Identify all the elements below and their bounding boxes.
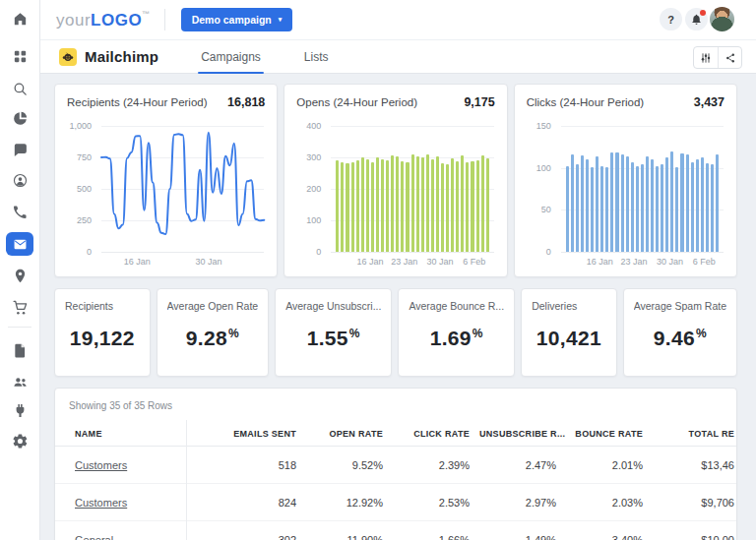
sidebar-item-reports[interactable] (11, 341, 29, 359)
bar (641, 164, 644, 252)
bar (656, 166, 659, 252)
kpi-unit: % (349, 327, 360, 340)
bar (431, 159, 434, 252)
sidebar-item-settings[interactable] (11, 432, 29, 450)
table-cell: 2.01% (566, 459, 653, 471)
table-cell: 2.97% (479, 497, 566, 509)
shopping-cart-icon (12, 299, 29, 316)
x-tick-label: 16 Jan (587, 257, 613, 267)
bar (610, 152, 613, 252)
gridline (561, 252, 724, 253)
bar (446, 164, 449, 252)
kpi-card: Average Spam Rate9.46% (623, 288, 737, 377)
chart-title: Recipients (24-Hour Period) (67, 96, 208, 108)
bar (665, 157, 668, 252)
bar (621, 154, 624, 252)
bar (670, 151, 673, 252)
bar (371, 162, 374, 252)
logo-tm: ™ (142, 10, 151, 19)
kpi-card: Average Open Rate9.28% (157, 288, 270, 377)
help-button[interactable]: ? (660, 8, 682, 30)
kpi-value: 10,421 (532, 327, 606, 350)
share-button[interactable] (718, 47, 741, 68)
kpi-card: Recipients19,122 (54, 288, 151, 377)
envelope-icon (13, 237, 28, 252)
persona-icon (12, 172, 29, 189)
bar (436, 156, 439, 252)
table-cell: $10,00 (653, 534, 737, 540)
plot-area (331, 126, 493, 252)
bar (691, 162, 694, 252)
tab-campaigns[interactable]: Campaigns (200, 50, 262, 64)
sidebar-item-dashboards[interactable] (11, 47, 29, 65)
table-cell: 2.53% (393, 497, 479, 509)
table-cell: 2.03% (566, 497, 653, 509)
x-tick-label: 6 Feb (463, 257, 485, 267)
bar (356, 160, 359, 252)
tune-icon (700, 52, 712, 64)
sidebar-item-locations[interactable] (11, 267, 29, 284)
tab-lists[interactable]: Lists (303, 50, 330, 64)
y-tick-label: 300 (306, 152, 321, 162)
table-cell: 1.66% (393, 534, 479, 540)
sidebar-item-chat[interactable] (11, 141, 29, 158)
x-tick-label: 6 Feb (693, 257, 716, 267)
table-header-cell: EMAILS SENT (186, 429, 306, 439)
sidebar-item-analytics[interactable] (11, 109, 29, 127)
bar (456, 161, 459, 252)
bar (701, 157, 704, 252)
y-tick-label: 500 (77, 184, 92, 194)
sidebar-item-calls[interactable] (11, 203, 29, 220)
row-count-status: Showing 35 of 35 Rows (55, 389, 736, 421)
plot-area (101, 126, 264, 252)
campaign-name-link[interactable]: General (75, 534, 113, 540)
sidebar-item-home[interactable] (11, 10, 29, 28)
document-icon (12, 342, 29, 359)
table-header-cell: CLICK RATE (393, 429, 479, 439)
opens-chart-card: Opens (24-Hour Period) 9,175 40030020010… (284, 84, 507, 277)
sidebar-item-search[interactable] (11, 80, 29, 97)
y-tick-label: 750 (77, 152, 92, 162)
sidebar-item-integrations[interactable] (11, 401, 29, 419)
chart-row: Recipients (24-Hour Period) 16,818 1,000… (54, 84, 737, 277)
notification-dot (700, 10, 706, 16)
chat-bubble-icon (12, 142, 29, 158)
y-tick-label: 250 (77, 215, 92, 225)
help-icon: ? (667, 14, 674, 26)
y-tick-label: 200 (306, 184, 321, 194)
campaign-name-link[interactable]: Customers (75, 459, 127, 471)
bar-chart-plot: 150100500 (525, 126, 724, 252)
campaign-name-link[interactable]: Customers (75, 497, 127, 509)
sidebar-item-ecommerce[interactable] (11, 298, 29, 316)
sidebar-item-persona[interactable] (11, 171, 29, 189)
bar (576, 164, 579, 252)
campaign-dropdown-button[interactable]: Demo campaign ▾ (181, 8, 293, 31)
table-header-cell: TOTAL RE (653, 429, 737, 439)
bar (426, 154, 429, 252)
bar (416, 156, 419, 252)
filter-button[interactable] (694, 47, 718, 68)
kpi-card: Deliveries10,421 (521, 288, 617, 377)
bar (476, 160, 479, 252)
gear-icon (12, 433, 29, 450)
bar (626, 156, 629, 252)
user-avatar[interactable] (710, 7, 734, 31)
sidebar-item-clients[interactable] (11, 373, 29, 390)
notifications-button[interactable] (685, 8, 708, 30)
plug-icon (12, 402, 29, 419)
x-tick-label: 16 Jan (356, 257, 383, 267)
mailchimp-logo-icon (59, 48, 77, 66)
table-row: General30211.90%1.66%1.49%3.40%$10,00 (55, 521, 736, 540)
sidebar-item-email-active[interactable] (6, 232, 33, 256)
table-cell: General (55, 534, 186, 540)
bar (646, 156, 649, 252)
table-row: Customers82412.92%2.53%2.97%2.03%$9,706 (55, 484, 736, 521)
pie-chart-icon (12, 110, 29, 127)
y-tick-label: 400 (306, 121, 321, 131)
bar (406, 162, 409, 252)
table-cell: Customers (55, 497, 186, 509)
table-cell: 11.90% (306, 534, 393, 540)
bar (586, 159, 589, 252)
table-header-cell: NAME (55, 429, 186, 439)
bar-series (561, 126, 724, 252)
